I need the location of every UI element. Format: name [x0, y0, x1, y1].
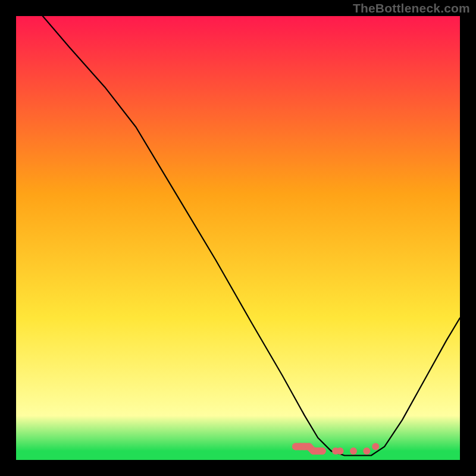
watermark-text: TheBottleneck.com: [353, 1, 470, 15]
plot-area: [16, 16, 460, 460]
highlight-dot: [319, 447, 326, 455]
highlight-dot: [372, 443, 379, 450]
gradient-background: [16, 16, 460, 460]
chart-svg: [16, 16, 460, 460]
highlight-dot: [350, 447, 357, 455]
highlight-dot: [337, 447, 344, 455]
highlight-dot: [363, 447, 370, 455]
chart-frame: TheBottleneck.com: [0, 0, 476, 476]
